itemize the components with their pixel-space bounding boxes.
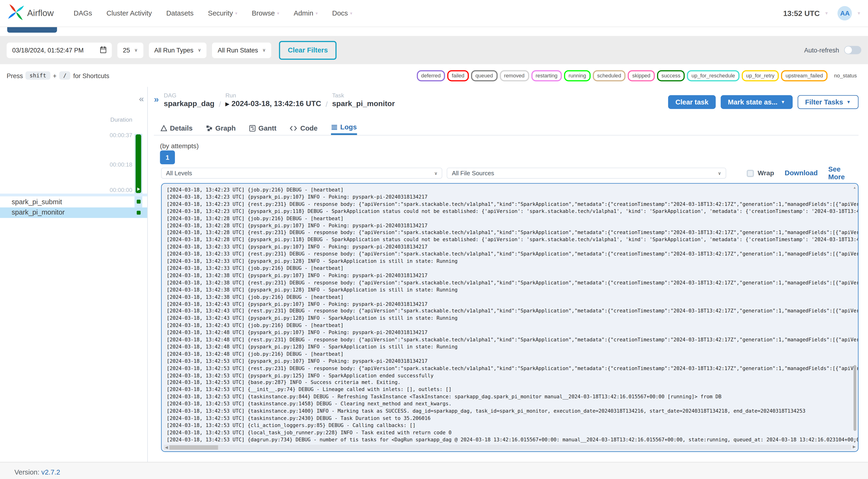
scroll-right-icon[interactable]: ▶	[853, 445, 856, 449]
run-date: 2024-03-18, 13:42:16 UTC	[231, 99, 321, 108]
log-line: [2024-03-18, 13:42:53 UTC] {rest.py:231}…	[167, 365, 852, 372]
task-state-square-success[interactable]	[136, 200, 140, 203]
shift-key: shift	[26, 71, 50, 79]
version-label: Version:	[14, 469, 39, 476]
tab-code[interactable]: Code	[290, 121, 318, 135]
nav-item-security[interactable]: Security▾	[208, 9, 237, 17]
log-line: [2024-03-18, 13:42:53 UTC] {cli_action_l…	[167, 422, 852, 429]
nav-item-admin[interactable]: Admin▾	[293, 9, 318, 17]
nav-item-browse[interactable]: Browse▾	[252, 9, 279, 17]
collapse-panel-icon[interactable]: «	[139, 95, 144, 103]
task-row-spark_pi_monitor[interactable]: spark_pi_monitor	[0, 207, 147, 218]
base-date-input[interactable]: 03/18/2024, 01:52:47 PM	[7, 42, 112, 58]
nav-item-dags[interactable]: DAGs	[74, 9, 92, 17]
state-badge-upstream_failed[interactable]: upstream_failed	[781, 70, 828, 81]
dag-value[interactable]: sparkapp_dag	[164, 99, 214, 108]
run-duration-bar[interactable]	[135, 134, 141, 193]
run-types-select[interactable]: All Run Types ∨	[149, 42, 207, 58]
tab-label: Code	[300, 124, 317, 132]
log-output-panel[interactable]: [2024-03-18, 13:42:23 UTC] {job.py:216} …	[161, 183, 859, 452]
state-badge-failed[interactable]: failed	[447, 70, 469, 81]
clear-task-button[interactable]: Clear task	[668, 95, 716, 109]
expand-panel-icon[interactable]: »	[154, 95, 159, 104]
nav-item-cluster-activity[interactable]: Cluster Activity	[106, 9, 152, 17]
clear-filters-button[interactable]: Clear Filters	[279, 41, 337, 60]
run-column[interactable]	[134, 134, 142, 195]
tab-label: Logs	[340, 123, 356, 131]
nav-item-docs[interactable]: Docs▾	[332, 9, 352, 17]
tab-logs[interactable]: Logs	[331, 121, 356, 135]
breadcrumb-run[interactable]: Run ▶2024-03-18, 13:42:16 UTC	[225, 92, 321, 108]
task-value[interactable]: spark_pi_monitor	[332, 99, 395, 108]
state-badge-up_for_reschedule[interactable]: up_for_reschedule	[687, 70, 740, 81]
wrap-checkbox[interactable]	[746, 170, 754, 177]
shortcut-suffix: for Shortcuts	[73, 72, 109, 79]
navbar-right: 13:52 UTC ▾ AA ▾	[783, 6, 860, 21]
state-badge-removed[interactable]: removed	[500, 70, 529, 81]
vertical-scrollbar-thumb[interactable]	[854, 365, 857, 431]
attempt-1-button[interactable]: 1	[160, 151, 175, 164]
plus-sign: +	[53, 72, 57, 79]
nav-item-label: Docs	[332, 9, 348, 17]
log-line: [2024-03-18, 13:42:48 UTC] {job.py:216} …	[167, 351, 852, 358]
state-badge-queued[interactable]: queued	[471, 70, 497, 81]
brand-name: Airflow	[27, 8, 54, 18]
tab-graph[interactable]: Graph	[206, 121, 236, 135]
airflow-brand[interactable]: Airflow	[8, 4, 54, 23]
tab-details[interactable]: Details	[160, 121, 193, 135]
log-line: [2024-03-18, 13:42:38 UTC] {job.py:216} …	[167, 294, 852, 301]
grid-axis-strip	[0, 194, 147, 196]
state-badge-skipped[interactable]: skipped	[628, 70, 655, 81]
breadcrumb-task[interactable]: Task spark_pi_monitor	[332, 92, 395, 108]
log-level-select[interactable]: All Levels ∨	[161, 167, 442, 179]
breadcrumb: » DAG sparkapp_dag / Run ▶2024-03-18, 13…	[154, 92, 395, 108]
task-state-square-success[interactable]	[136, 211, 140, 215]
state-badge-no_status[interactable]: no_status	[830, 70, 861, 81]
log-line: [2024-03-18, 13:42:23 UTC] {pyspark_pi.p…	[167, 194, 852, 201]
breadcrumb-separator: /	[219, 100, 221, 108]
state-badge-scheduled[interactable]: scheduled	[593, 70, 625, 81]
scroll-left-icon[interactable]: ◀	[165, 445, 168, 450]
version-link[interactable]: v2.7.2	[41, 469, 60, 476]
airflow-app: Airflow DAGsCluster ActivityDatasetsSecu…	[0, 0, 868, 479]
graph-icon	[206, 125, 213, 131]
breadcrumb-dag[interactable]: DAG sparkapp_dag	[164, 92, 214, 108]
task-row-spark_pi_submit[interactable]: spark_pi_submit	[0, 196, 147, 207]
download-link[interactable]: Download	[785, 169, 817, 177]
run-value[interactable]: ▶2024-03-18, 13:42:16 UTC	[225, 99, 321, 108]
filter-tasks-button[interactable]: Filter Tasks▼	[797, 95, 859, 109]
run-states-select[interactable]: All Run States ∨	[212, 42, 271, 58]
state-badge-success[interactable]: success	[657, 70, 685, 81]
task-instance-cell[interactable]	[134, 207, 142, 218]
caret-down-icon: ▼	[846, 99, 851, 104]
horizontal-scrollbar-thumb[interactable]	[169, 445, 218, 450]
file-source-select[interactable]: All File Sources ∨	[447, 167, 726, 179]
state-badge-restarting[interactable]: restarting	[531, 70, 562, 81]
log-line: [2024-03-18, 13:42:53 UTC] {base.py:287}…	[167, 379, 852, 386]
state-badge-running[interactable]: running	[564, 70, 590, 81]
log-line: [2024-03-18, 13:42:53 UTC] {pyspark_pi.p…	[167, 358, 852, 365]
duration-tick: 00:00:37	[110, 132, 132, 138]
state-badge-deferred[interactable]: deferred	[417, 70, 445, 81]
horizontal-scrollbar[interactable]: ◀	[164, 445, 851, 450]
scroll-up-icon[interactable]: ▲	[853, 186, 856, 189]
page-size-select[interactable]: 25 ∨	[117, 42, 143, 58]
breadcrumb-separator: /	[326, 100, 328, 108]
tab-gantt[interactable]: Gantt	[249, 121, 277, 135]
mark-state-button[interactable]: Mark state as...▼	[721, 95, 793, 109]
auto-refresh-toggle[interactable]	[844, 46, 861, 54]
tab-label: Graph	[215, 124, 236, 132]
utc-clock[interactable]: 13:52 UTC	[783, 9, 820, 18]
wrap-label: Wrap	[757, 169, 774, 177]
log-toolbar: All Levels ∨ All File Sources ∨ Wrap Dow…	[161, 167, 859, 179]
details-icon	[160, 125, 167, 131]
scroll-down-icon[interactable]: ▼	[853, 440, 856, 444]
details-panel: » DAG sparkapp_dag / Run ▶2024-03-18, 13…	[148, 87, 868, 462]
airflow-logo-icon	[8, 4, 25, 23]
see-more-link[interactable]: See More	[828, 165, 859, 181]
user-avatar[interactable]: AA	[838, 6, 852, 21]
caret-down-icon: ▾	[277, 11, 279, 16]
nav-item-datasets[interactable]: Datasets	[166, 9, 193, 17]
task-instance-cell[interactable]	[134, 196, 142, 207]
state-badge-up_for_retry[interactable]: up_for_retry	[742, 70, 779, 81]
